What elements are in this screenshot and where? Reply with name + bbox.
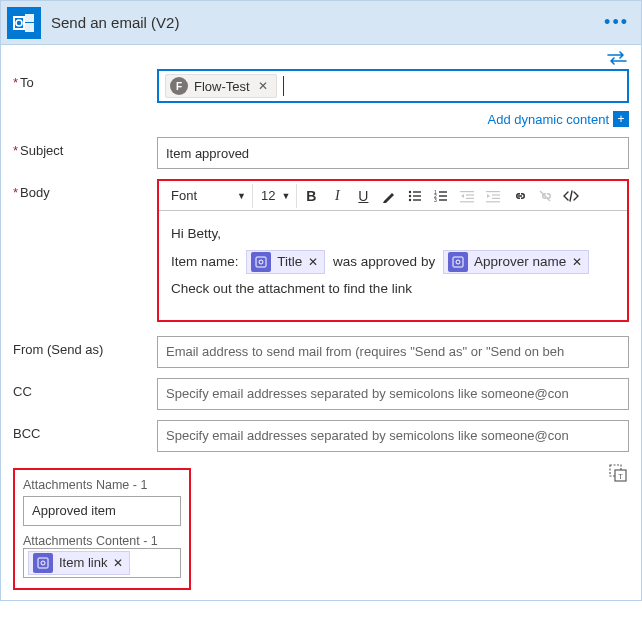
- attachment-name-input[interactable]: Approved item: [23, 496, 181, 526]
- svg-rect-31: [38, 558, 48, 568]
- svg-point-30: [456, 260, 460, 264]
- svg-point-6: [409, 190, 411, 192]
- cc-input[interactable]: [157, 378, 629, 410]
- body-editor: Font▼ 12▼ B I U: [157, 179, 629, 322]
- svg-rect-13: [439, 191, 447, 192]
- unlink-button[interactable]: [533, 184, 557, 208]
- attachment-content-input[interactable]: Item link ✕: [23, 548, 181, 578]
- body-label: *Body: [13, 179, 157, 200]
- dynamic-token-item-link[interactable]: Item link ✕: [28, 551, 130, 575]
- svg-point-8: [409, 194, 411, 196]
- flow-icon: [33, 553, 53, 573]
- svg-text:3: 3: [434, 197, 437, 203]
- from-input[interactable]: [157, 336, 629, 368]
- body-line-1: Hi Betty,: [171, 221, 615, 247]
- outlook-icon: [7, 7, 41, 39]
- svg-point-10: [409, 198, 411, 200]
- subject-input[interactable]: [157, 137, 629, 169]
- from-label: From (Send as): [13, 336, 157, 357]
- svg-rect-29: [453, 257, 463, 267]
- code-view-button[interactable]: [559, 184, 583, 208]
- to-input[interactable]: F Flow-Test ✕: [157, 69, 629, 103]
- to-label: *To: [13, 69, 157, 90]
- switch-to-array-button[interactable]: T: [609, 464, 627, 482]
- svg-rect-27: [256, 257, 266, 267]
- attachment-name-label: Attachments Name - 1: [23, 478, 181, 492]
- svg-rect-11: [413, 199, 421, 200]
- bcc-label: BCC: [13, 420, 157, 441]
- bcc-input[interactable]: [157, 420, 629, 452]
- swap-icon[interactable]: [607, 51, 627, 65]
- svg-rect-9: [413, 195, 421, 196]
- add-dynamic-content-link[interactable]: Add dynamic content +: [488, 111, 629, 127]
- card-title: Send an email (V2): [51, 14, 604, 31]
- svg-rect-18: [460, 191, 474, 192]
- svg-rect-3: [25, 14, 34, 22]
- svg-rect-25: [486, 201, 500, 202]
- flow-icon: [448, 252, 468, 272]
- italic-button[interactable]: I: [325, 184, 349, 208]
- attachment-content-label: Attachments Content - 1: [23, 534, 181, 548]
- font-size-select[interactable]: 12▼: [255, 184, 297, 208]
- body-line-3: Check out the attachment to find the lin…: [171, 276, 615, 302]
- recipient-chip-label: Flow-Test: [194, 79, 250, 94]
- subject-label: *Subject: [13, 137, 157, 158]
- avatar: F: [170, 77, 188, 95]
- outdent-button[interactable]: [455, 184, 479, 208]
- bullet-list-button[interactable]: [403, 184, 427, 208]
- svg-rect-21: [460, 201, 474, 202]
- action-card: Send an email (V2) ••• *To F Flow-Test ✕: [0, 0, 642, 601]
- bold-button[interactable]: B: [299, 184, 323, 208]
- recipient-chip[interactable]: F Flow-Test ✕: [165, 74, 277, 98]
- svg-text:T: T: [618, 471, 623, 480]
- plus-icon: +: [613, 111, 629, 127]
- remove-recipient-button[interactable]: ✕: [256, 79, 270, 93]
- dynamic-token-approver[interactable]: Approver name ✕: [443, 250, 589, 274]
- svg-rect-4: [25, 23, 34, 32]
- cc-label: CC: [13, 378, 157, 399]
- link-button[interactable]: [507, 184, 531, 208]
- underline-button[interactable]: U: [351, 184, 375, 208]
- highlight-button[interactable]: [377, 184, 401, 208]
- remove-token-button[interactable]: ✕: [113, 556, 123, 570]
- svg-line-26: [540, 191, 550, 201]
- svg-rect-7: [413, 191, 421, 192]
- attachments-section: Attachments Name - 1 Approved item Attac…: [13, 468, 191, 590]
- svg-rect-22: [486, 191, 500, 192]
- more-menu-button[interactable]: •••: [604, 12, 629, 33]
- remove-token-button[interactable]: ✕: [308, 251, 318, 274]
- svg-rect-24: [492, 197, 500, 198]
- flow-icon: [251, 252, 271, 272]
- indent-button[interactable]: [481, 184, 505, 208]
- number-list-button[interactable]: 1 2 3: [429, 184, 453, 208]
- editor-toolbar: Font▼ 12▼ B I U: [159, 181, 627, 211]
- dynamic-token-title[interactable]: Title ✕: [246, 250, 325, 274]
- svg-point-32: [41, 561, 45, 565]
- body-line-2: Item name: Title ✕ was approved by: [171, 249, 615, 275]
- text-caret: [283, 76, 284, 96]
- svg-rect-23: [492, 194, 500, 195]
- card-header: Send an email (V2) •••: [1, 1, 641, 45]
- font-family-select[interactable]: Font▼: [165, 184, 253, 208]
- svg-rect-19: [466, 194, 474, 195]
- remove-token-button[interactable]: ✕: [572, 251, 582, 274]
- svg-point-28: [259, 260, 263, 264]
- svg-rect-17: [439, 199, 447, 200]
- svg-rect-15: [439, 195, 447, 196]
- body-content[interactable]: Hi Betty, Item name: Title ✕ was approve…: [159, 211, 627, 320]
- svg-rect-20: [466, 197, 474, 198]
